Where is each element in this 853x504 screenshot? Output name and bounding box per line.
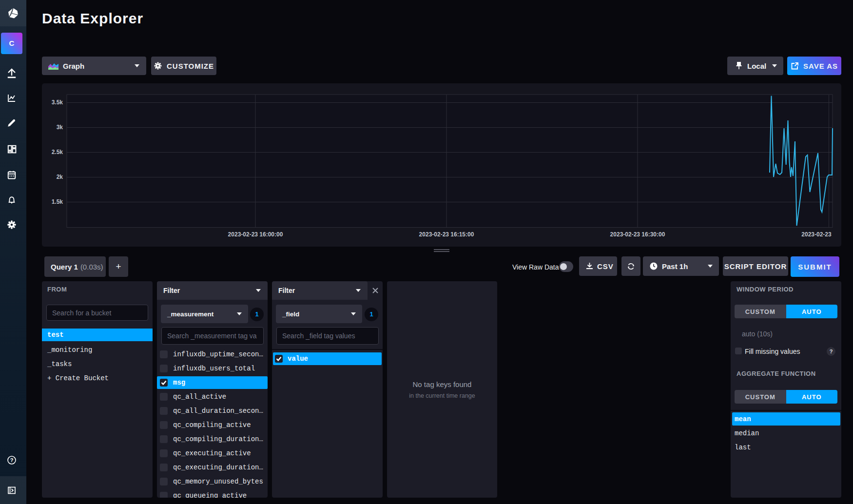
svg-text:?: ? [10,457,14,463]
